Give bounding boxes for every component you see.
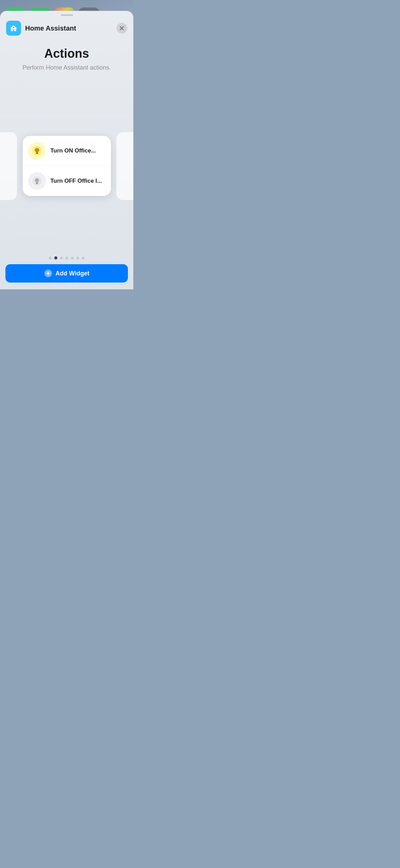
bottom-sheet: Home Assistant Actions Perform Home Assi… — [0, 11, 133, 289]
add-widget-button[interactable]: Add Widget — [5, 264, 128, 283]
page-dot-1[interactable] — [54, 256, 57, 259]
widget-icon-on — [28, 142, 46, 160]
page-dot-5[interactable] — [76, 257, 79, 259]
add-widget-label: Add Widget — [56, 270, 90, 277]
app-title-label: Home Assistant — [25, 24, 116, 32]
svg-line-5 — [35, 148, 35, 148]
widget-row-turn-on[interactable]: Turn ON Office... — [23, 136, 111, 166]
page-dot-2[interactable] — [60, 257, 63, 259]
add-widget-plus-icon — [44, 269, 52, 277]
widget-label-turn-on: Turn ON Office... — [51, 147, 96, 155]
widget-card: Turn ON Office... Turn OFF Office l... — [23, 136, 111, 196]
svg-line-4 — [39, 148, 39, 148]
sheet-header: Home Assistant — [0, 16, 133, 38]
actions-subtitle: Perform Home Assistant actions. — [7, 64, 127, 71]
actions-title: Actions — [7, 47, 127, 61]
app-logo — [6, 21, 21, 36]
close-button[interactable] — [116, 23, 127, 34]
page-dot-0[interactable] — [49, 257, 52, 259]
lightbulb-off-icon — [32, 176, 42, 186]
widget-preview-area: Turn ON Office... Turn OFF Office l... — [0, 81, 133, 251]
widget-label-turn-off: Turn OFF Office l... — [51, 177, 102, 185]
side-card-right — [116, 132, 133, 200]
page-dots — [49, 251, 84, 264]
title-section: Actions Perform Home Assistant actions. — [0, 38, 133, 74]
plus-icon — [45, 270, 51, 276]
close-icon — [119, 26, 124, 31]
widget-icon-off — [28, 172, 46, 190]
side-card-left — [0, 132, 17, 200]
svg-point-1 — [13, 27, 14, 28]
page-dot-4[interactable] — [71, 257, 74, 259]
page-dot-6[interactable] — [82, 257, 84, 259]
home-assistant-logo-icon — [9, 23, 18, 33]
lightbulb-on-icon — [32, 146, 42, 156]
widget-row-turn-off[interactable]: Turn OFF Office l... — [23, 166, 111, 196]
page-dot-3[interactable] — [65, 257, 68, 259]
